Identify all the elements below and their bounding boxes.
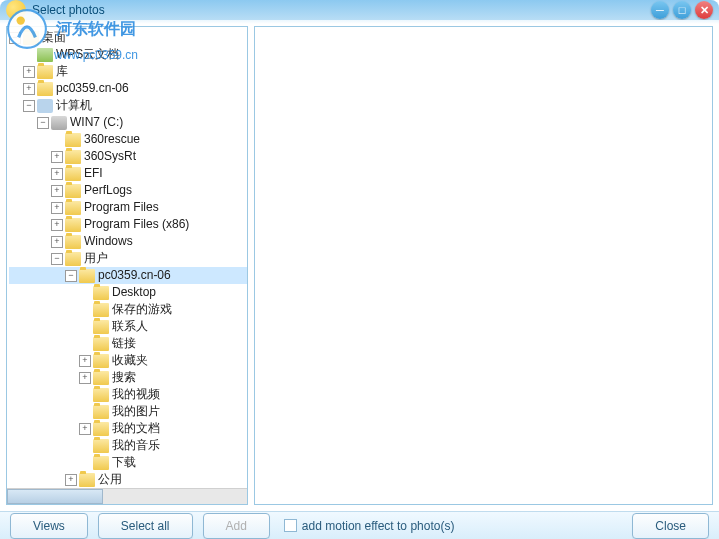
expand-toggle[interactable]: + <box>51 219 63 231</box>
folder-icon <box>93 388 109 402</box>
tree-node-label: 我的视频 <box>112 386 160 403</box>
expand-toggle[interactable]: − <box>23 100 35 112</box>
tree-node[interactable]: +pc0359.cn-06 <box>9 80 247 97</box>
tree-node-label: WIN7 (C:) <box>70 114 123 131</box>
tree-node-label: 公用 <box>98 471 122 488</box>
tree-node-label: 保存的游戏 <box>112 301 172 318</box>
scrollbar-thumb[interactable] <box>7 489 103 504</box>
folder-icon <box>65 252 81 266</box>
tree-node[interactable]: +我的文档 <box>9 420 247 437</box>
tree-node[interactable]: +360SysRt <box>9 148 247 165</box>
tree-node-label: EFI <box>84 165 103 182</box>
folder-icon <box>65 218 81 232</box>
motion-effect-checkbox-wrap[interactable]: add motion effect to photo(s) <box>284 519 455 533</box>
app-icon <box>6 0 26 20</box>
content-area: −桌面WPS云文档+库+pc0359.cn-06−计算机−WIN7 (C:)36… <box>0 20 719 511</box>
tree-node-label: 链接 <box>112 335 136 352</box>
expand-toggle[interactable]: − <box>9 32 21 44</box>
expand-toggle[interactable]: + <box>23 83 35 95</box>
expand-toggle[interactable]: + <box>51 151 63 163</box>
expand-toggle[interactable]: − <box>37 117 49 129</box>
tree-node-label: 搜索 <box>112 369 136 386</box>
tree-node[interactable]: 下载 <box>9 454 247 471</box>
tree-node[interactable]: +收藏夹 <box>9 352 247 369</box>
tree-node[interactable]: +EFI <box>9 165 247 182</box>
tree-node-label: PerfLogs <box>84 182 132 199</box>
folder-icon <box>65 235 81 249</box>
expand-toggle[interactable]: + <box>79 355 91 367</box>
close-button[interactable]: Close <box>632 513 709 539</box>
tree-node-label: Program Files (x86) <box>84 216 189 233</box>
tree-node[interactable]: 我的视频 <box>9 386 247 403</box>
tree-node-label: pc0359.cn-06 <box>98 267 171 284</box>
tree-node[interactable]: +Program Files <box>9 199 247 216</box>
folder-icon <box>93 456 109 470</box>
folder-icon <box>93 371 109 385</box>
expand-toggle[interactable]: − <box>51 253 63 265</box>
expand-toggle[interactable]: + <box>23 66 35 78</box>
tree-node-label: 我的文档 <box>112 420 160 437</box>
tree-node[interactable]: +库 <box>9 63 247 80</box>
tree-node[interactable]: +PerfLogs <box>9 182 247 199</box>
expand-toggle[interactable]: + <box>79 423 91 435</box>
tree-node[interactable]: 链接 <box>9 335 247 352</box>
folder-icon <box>93 320 109 334</box>
tree-node[interactable]: −pc0359.cn-06 <box>9 267 247 284</box>
titlebar[interactable]: Select photos ─ □ ✕ <box>0 0 719 20</box>
tree-node-label: 桌面 <box>42 29 66 46</box>
tree-node[interactable]: 联系人 <box>9 318 247 335</box>
folder-tree-scroll[interactable]: −桌面WPS云文档+库+pc0359.cn-06−计算机−WIN7 (C:)36… <box>7 27 247 488</box>
folder-icon <box>93 405 109 419</box>
select-all-button[interactable]: Select all <box>98 513 193 539</box>
maximize-button[interactable]: □ <box>673 1 691 19</box>
tree-node[interactable]: +Program Files (x86) <box>9 216 247 233</box>
add-button[interactable]: Add <box>203 513 270 539</box>
expand-toggle[interactable]: + <box>65 474 77 486</box>
tree-node-label: 计算机 <box>56 97 92 114</box>
tree-node-label: Desktop <box>112 284 156 301</box>
tree-node-label: Windows <box>84 233 133 250</box>
tree-node[interactable]: +搜索 <box>9 369 247 386</box>
photo-preview-panel <box>254 26 713 505</box>
folder-icon <box>65 150 81 164</box>
minimize-button[interactable]: ─ <box>651 1 669 19</box>
tree-node[interactable]: −用户 <box>9 250 247 267</box>
folder-icon <box>37 65 53 79</box>
views-button[interactable]: Views <box>10 513 88 539</box>
tree-node[interactable]: 保存的游戏 <box>9 301 247 318</box>
folder-icon <box>23 31 39 45</box>
window-title: Select photos <box>32 3 651 17</box>
tree-node-label: Program Files <box>84 199 159 216</box>
folder-icon <box>79 269 95 283</box>
expand-toggle[interactable]: − <box>65 270 77 282</box>
expand-toggle[interactable]: + <box>51 236 63 248</box>
tree-node[interactable]: +Windows <box>9 233 247 250</box>
tree-node[interactable]: −桌面 <box>9 29 247 46</box>
expand-toggle[interactable]: + <box>79 372 91 384</box>
tree-node[interactable]: Desktop <box>9 284 247 301</box>
motion-effect-checkbox[interactable] <box>284 519 297 532</box>
tree-node-label: pc0359.cn-06 <box>56 80 129 97</box>
tree-node[interactable]: 我的音乐 <box>9 437 247 454</box>
tree-node[interactable]: 我的图片 <box>9 403 247 420</box>
folder-icon <box>93 422 109 436</box>
tree-node[interactable]: −WIN7 (C:) <box>9 114 247 131</box>
tree-node-label: 联系人 <box>112 318 148 335</box>
expand-toggle[interactable]: + <box>51 202 63 214</box>
folder-tree-panel: −桌面WPS云文档+库+pc0359.cn-06−计算机−WIN7 (C:)36… <box>6 26 248 505</box>
tree-node[interactable]: −计算机 <box>9 97 247 114</box>
close-window-button[interactable]: ✕ <box>695 1 713 19</box>
folder-icon <box>93 286 109 300</box>
tree-node[interactable]: 360rescue <box>9 131 247 148</box>
tree-node-label: 我的音乐 <box>112 437 160 454</box>
folder-icon <box>93 439 109 453</box>
tree-node-label: 360rescue <box>84 131 140 148</box>
tree-node[interactable]: +公用 <box>9 471 247 488</box>
tree-node[interactable]: WPS云文档 <box>9 46 247 63</box>
motion-effect-label: add motion effect to photo(s) <box>302 519 455 533</box>
expand-toggle[interactable]: + <box>51 185 63 197</box>
horizontal-scrollbar[interactable] <box>7 488 247 504</box>
tree-node-label: 用户 <box>84 250 108 267</box>
dialog-window: Select photos ─ □ ✕ −桌面WPS云文档+库+pc0359.c… <box>0 0 719 539</box>
expand-toggle[interactable]: + <box>51 168 63 180</box>
